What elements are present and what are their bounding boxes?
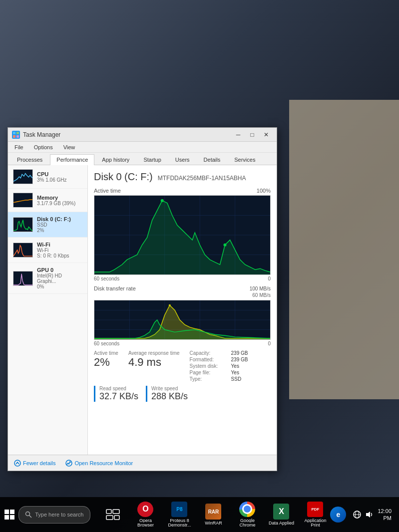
wifi-name: Wi-Fi [37, 242, 82, 248]
active-time-section: Active time 100% [94, 188, 271, 281]
formatted-label: Formatted: [190, 357, 227, 362]
memory-name: Memory [37, 195, 82, 201]
svg-point-28 [26, 512, 30, 516]
active-time-stat-label: Active time [94, 350, 118, 356]
open-resource-monitor-link[interactable]: Open Resource Monitor [65, 460, 133, 467]
taskbar-search[interactable]: Type here to search [18, 506, 90, 524]
menu-options[interactable]: Options [30, 143, 57, 151]
read-speed: Read speed 32.7 KB/s [94, 386, 138, 402]
write-speed: Write speed 288 KB/s [146, 386, 188, 402]
window-titlebar: Task Manager ─ □ ✕ [8, 128, 277, 142]
stats-area: Active time 2% Average response time 4.9… [94, 350, 271, 382]
svg-marker-37 [366, 512, 370, 518]
cpu-sub: 3% 1.06 GHz [37, 177, 82, 183]
write-speed-value: 288 KB/s [151, 391, 188, 402]
read-speed-value: 32.7 KB/s [99, 391, 138, 402]
windows-logo-icon [4, 510, 14, 520]
svg-rect-32 [106, 516, 113, 520]
taskbar-app-print[interactable]: PDF Application Print [300, 500, 330, 530]
volume-icon [366, 511, 374, 519]
taskbar-items: O Opera Browser P8 Proteus 8 Demonstr...… [130, 500, 330, 530]
fewer-details-link[interactable]: Fewer details [14, 460, 55, 467]
cpu-info: CPU 3% 1.06 GHz [37, 171, 82, 183]
minimize-button[interactable]: ─ [232, 129, 245, 140]
opera-icon: O [137, 502, 153, 517]
svg-rect-4 [13, 170, 32, 184]
capacity-row: Capacity: 239 GB [190, 350, 248, 356]
search-placeholder: Type here to search [35, 512, 83, 518]
chrome-label2: Chrome [239, 523, 255, 528]
menu-view[interactable]: View [59, 143, 79, 151]
chrome-icon [239, 502, 255, 517]
app-print-label2: Print [311, 523, 320, 528]
taskbar-task-view[interactable] [98, 500, 128, 530]
task-manager-window: Task Manager ─ □ ✕ File Options View Pro… [7, 127, 277, 471]
tab-services[interactable]: Services [228, 154, 262, 165]
disk-header: Disk 0 (C: F:) MTFDDAK256MBF-1AN15ABHA [94, 171, 271, 183]
taskbar-proteus[interactable]: P8 Proteus 8 Demonstr... [164, 500, 194, 530]
window-title: Task Manager [23, 131, 232, 138]
window-footer: Fewer details Open Resource Monitor [8, 455, 277, 471]
taskbar-opera[interactable]: O Opera Browser [130, 500, 160, 530]
window-menubar: File Options View [8, 142, 277, 153]
type-value: SSD [231, 376, 242, 382]
proteus-label2: Demonstr... [168, 523, 191, 528]
active-time-stat-value: 2% [94, 356, 118, 369]
svg-line-29 [29, 516, 32, 518]
menu-file[interactable]: File [10, 143, 27, 151]
left-panel: CPU 3% 1.06 GHz Memory 3.1/7.9 GB (39%) [8, 165, 88, 455]
svg-rect-8 [13, 271, 32, 285]
disk-transfer-chart [94, 300, 271, 340]
maximize-button[interactable]: □ [246, 129, 259, 140]
cpu-thumbnail [13, 169, 33, 184]
write-speed-label: Write speed [151, 386, 188, 391]
wifi-thumbnail [13, 243, 33, 258]
tab-startup[interactable]: Startup [137, 154, 167, 165]
memory-thumbnail [13, 193, 33, 208]
sidebar-item-wifi[interactable]: Wi-Fi Wi-Fi S: 0 R: 0 Kbps [8, 238, 87, 263]
taskbar-tray: e 12:00 PM [330, 507, 397, 523]
taskbar-chrome[interactable]: Google Chrome [232, 500, 262, 530]
stat-details: Capacity: 239 GB Formatted: 239 GB Syste… [190, 350, 248, 382]
tab-app-history[interactable]: App history [95, 154, 136, 165]
sidebar-item-cpu[interactable]: CPU 3% 1.06 GHz [8, 165, 87, 189]
map-background [289, 100, 399, 399]
memory-info: Memory 3.1/7.9 GB (39%) [37, 195, 82, 206]
memory-sub: 3.1/7.9 GB (39%) [37, 201, 82, 206]
sidebar-item-disk[interactable]: Disk 0 (C: F:) SSD 2% [8, 212, 87, 238]
disk-title: Disk 0 (C: F:) [94, 171, 153, 183]
taskbar-data-applied[interactable]: X Data Applied [266, 500, 296, 530]
window-controls: ─ □ ✕ [232, 129, 273, 140]
page-file-row: Page file: Yes [190, 370, 248, 375]
sidebar-item-gpu[interactable]: GPU 0 Intel(R) HD Graphi... 0% [8, 263, 87, 294]
page-file-label: Page file: [190, 370, 227, 375]
edge-icon[interactable]: e [330, 507, 346, 523]
active-time-label: Active time 100% [94, 188, 271, 194]
tab-users[interactable]: Users [169, 154, 196, 165]
start-button[interactable] [2, 505, 16, 525]
sidebar-item-memory[interactable]: Memory 3.1/7.9 GB (39%) [8, 189, 87, 212]
system-tray: 12:00 PM [353, 508, 392, 522]
proteus-label1: Proteus 8 [170, 518, 189, 523]
content-area: CPU 3% 1.06 GHz Memory 3.1/7.9 GB (39%) [8, 165, 277, 455]
disk-info: Disk 0 (C: F:) SSD 2% [37, 216, 82, 233]
excel-icon: X [273, 504, 289, 520]
task-view-icon [106, 509, 120, 520]
svg-point-16 [161, 199, 164, 202]
active-time-chart [94, 195, 271, 275]
tab-processes[interactable]: Processes [10, 154, 49, 165]
disk-transfer-max: 100 MB/s [250, 286, 271, 291]
svg-rect-33 [114, 516, 119, 520]
tab-details[interactable]: Details [197, 154, 227, 165]
clock: 12:00 PM [378, 508, 392, 522]
close-button[interactable]: ✕ [260, 129, 273, 140]
formatted-row: Formatted: 239 GB [190, 357, 248, 362]
capacity-value: 239 GB [231, 350, 248, 356]
system-disk-label: System disk: [190, 363, 227, 369]
taskbar-winrar[interactable]: RAR WinRAR [198, 500, 228, 530]
wifi-type: Wi-Fi [37, 248, 82, 253]
avg-response-value: 4.9 ms [128, 356, 180, 369]
tab-performance[interactable]: Performance [50, 154, 94, 165]
disk-transfer-footer: 60 seconds 0 [94, 341, 271, 346]
wifi-info: Wi-Fi Wi-Fi S: 0 R: 0 Kbps [37, 242, 82, 259]
